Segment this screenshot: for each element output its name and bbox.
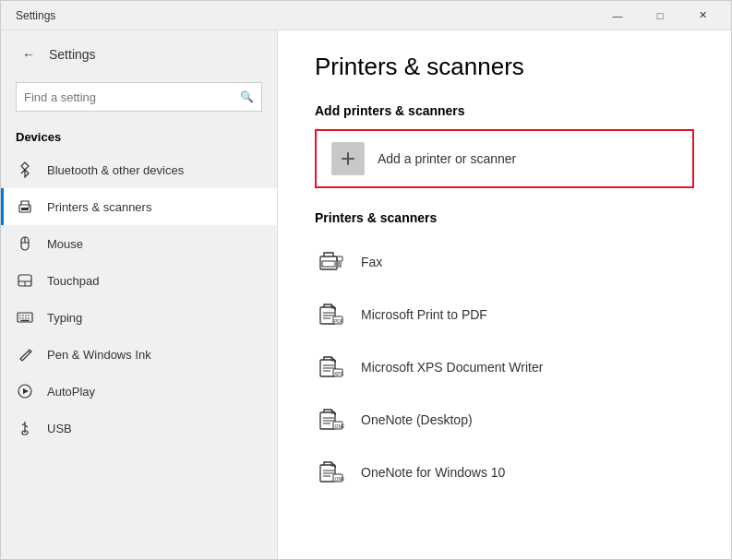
printer-item-pdf[interactable]: PDF Microsoft Print to PDF [315, 289, 694, 341]
sidebar-item-label: Mouse [47, 237, 83, 251]
svg-text:XPS: XPS [334, 371, 344, 376]
titlebar-controls: — □ ✕ [596, 1, 724, 30]
svg-text:ONE: ONE [335, 476, 346, 482]
printers-section-heading: Printers & scanners [315, 210, 694, 225]
printer-item-onenote-desktop[interactable]: ONE OneNote (Desktop) [315, 394, 694, 447]
printer-name: OneNote (Desktop) [361, 412, 473, 427]
sidebar-nav-top: ← Settings [1, 30, 277, 78]
svg-rect-28 [322, 261, 335, 267]
sidebar-item-touchpad[interactable]: Touchpad [1, 262, 277, 299]
sidebar-item-usb[interactable]: USB [1, 410, 277, 447]
printer-name: Fax [361, 255, 382, 269]
sidebar-item-label: AutoPlay [47, 385, 95, 399]
close-button[interactable]: ✕ [681, 1, 724, 30]
printer-item-onenote-win10[interactable]: ONE OneNote for Windows 10 [315, 447, 694, 499]
svg-text:ONE: ONE [335, 423, 346, 429]
sidebar-item-label: Typing [47, 311, 82, 325]
main-panel: Printers & scanners Add printers & scann… [278, 30, 731, 559]
titlebar-title: Settings [16, 9, 596, 22]
svg-rect-1 [21, 208, 29, 210]
settings-window: Settings — □ ✕ ← Settings 🔍 Devices [0, 0, 732, 560]
add-printer-card[interactable]: Add a printer or scanner [315, 129, 694, 188]
usb-icon [16, 419, 34, 437]
svg-text:PDF: PDF [334, 318, 343, 324]
printer-name: Microsoft Print to PDF [361, 307, 487, 322]
sidebar-item-mouse[interactable]: Mouse [1, 225, 277, 262]
titlebar: Settings — □ ✕ [1, 1, 731, 30]
back-button[interactable]: ← [16, 42, 42, 67]
page-title: Printers & scanners [315, 53, 694, 81]
pdf-printer-icon: PDF [315, 298, 348, 331]
svg-point-2 [28, 206, 30, 208]
maximize-button[interactable]: □ [639, 1, 681, 30]
touchpad-icon [16, 271, 34, 290]
xps-printer-icon: XPS [315, 351, 348, 384]
sidebar-item-label: USB [47, 422, 72, 435]
main-content: ← Settings 🔍 Devices Bluetooth & other [1, 30, 731, 559]
sidebar: ← Settings 🔍 Devices Bluetooth & other [1, 30, 278, 559]
svg-rect-29 [337, 256, 342, 261]
pen-icon [16, 345, 34, 363]
sidebar-item-label: Touchpad [47, 274, 99, 288]
sidebar-item-pen[interactable]: Pen & Windows Ink [1, 336, 277, 373]
add-printer-icon [331, 142, 365, 175]
onenote-desktop-icon: ONE [315, 403, 348, 436]
autoplay-icon [16, 382, 34, 400]
add-printer-label: Add a printer or scanner [378, 151, 516, 166]
minimize-button[interactable]: — [596, 1, 639, 30]
sidebar-title: Settings [49, 47, 96, 62]
back-icon: ← [22, 47, 35, 62]
devices-heading: Devices [1, 123, 277, 151]
printer-item-xps[interactable]: XPS Microsoft XPS Document Writer [315, 341, 694, 394]
printer-item-fax[interactable]: Fax [315, 236, 694, 289]
sidebar-item-typing[interactable]: Typing [1, 299, 277, 336]
sidebar-item-label: Bluetooth & other devices [47, 163, 184, 177]
fax-icon [315, 245, 348, 279]
search-container: 🔍 [1, 78, 277, 123]
svg-marker-20 [23, 388, 29, 394]
bluetooth-icon [16, 161, 34, 179]
search-input[interactable] [24, 90, 234, 104]
search-icon: 🔍 [240, 90, 254, 103]
printer-icon [16, 197, 34, 216]
add-section-heading: Add printers & scanners [315, 103, 694, 118]
svg-rect-27 [320, 256, 337, 269]
printer-name: Microsoft XPS Document Writer [361, 360, 543, 375]
sidebar-item-label: Pen & Windows Ink [47, 348, 151, 362]
onenote-win10-icon: ONE [315, 456, 348, 489]
search-box: 🔍 [16, 82, 262, 112]
printer-name: OneNote for Windows 10 [361, 465, 505, 480]
sidebar-item-label: Printers & scanners [47, 200, 151, 214]
sidebar-item-bluetooth[interactable]: Bluetooth & other devices [1, 151, 277, 188]
mouse-icon [16, 234, 34, 253]
sidebar-item-printers[interactable]: Printers & scanners [1, 188, 277, 225]
typing-icon [16, 308, 34, 327]
sidebar-item-autoplay[interactable]: AutoPlay [1, 373, 277, 410]
